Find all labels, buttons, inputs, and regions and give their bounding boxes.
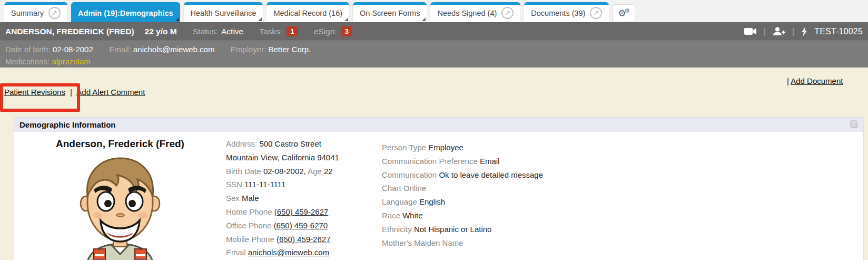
detail-row-email: Email anichols@mieweb.com	[226, 246, 382, 259]
chevron-down-icon	[175, 17, 179, 21]
dob-value: 02-08-2002	[53, 45, 93, 54]
detail-row-language: Language English	[382, 195, 863, 209]
status-label: Status:	[193, 27, 218, 36]
tab-on-screen-forms-label: On Screen Forms	[360, 9, 420, 17]
home-phone-link[interactable]: (650) 459-2627	[274, 207, 329, 216]
detail-row-ethnicity: Ethnicity Not Hispanic or Latino	[382, 223, 863, 236]
employer-value: Better Corp.	[269, 45, 311, 54]
chevron-down-icon	[258, 17, 262, 21]
link-separator: |	[70, 88, 72, 97]
external-arrow-glyph: ↗	[505, 9, 510, 17]
sex-value: Male	[242, 194, 259, 203]
divider: |	[764, 27, 766, 36]
detail-row-home-phone: Home Phone (650) 459-2627	[226, 205, 382, 219]
birthdate-value: 02-08-2002,	[263, 167, 306, 176]
medications-label: Medications:	[5, 57, 50, 66]
patient-info-line2: Medications: alprazolam	[5, 55, 863, 68]
email-value: anichols@mieweb.com	[133, 45, 214, 54]
lightning-bolt-icon[interactable]	[801, 27, 807, 36]
person-type-value: Employee	[428, 143, 463, 152]
office-phone-link[interactable]: (650) 459-6270	[274, 221, 328, 230]
detail-row-race: Race White	[382, 209, 863, 223]
email-row-link[interactable]: anichols@mieweb.com	[248, 248, 329, 257]
add-patient-icon[interactable]	[773, 27, 785, 36]
status-value: Active	[221, 27, 243, 36]
tab-admin-demographics[interactable]: Admin (19):Demographics	[71, 2, 180, 22]
tab-needs-signed-label: Needs Signed (4)	[437, 9, 497, 17]
detail-row-chart-online: Chart Online	[382, 181, 863, 195]
esign-label[interactable]: eSign:	[314, 27, 337, 36]
attributes-column: Person Type Employee Communication Prefe…	[382, 136, 863, 260]
patient-avatar	[14, 151, 226, 260]
panel-header: Demographic Information	[14, 118, 863, 132]
tab-health-surveillance[interactable]: Health Surveillance	[184, 2, 263, 22]
office-phone-label: Office Phone	[226, 221, 271, 230]
ssn-value: 111-11-1111	[244, 180, 285, 189]
detail-row-mobile-phone: Mobile Phone (650) 459-2627	[226, 233, 382, 246]
tab-summary[interactable]: Summary ↗	[4, 2, 67, 22]
patient-info-bar: Date of birth: 02-08-2002 Email: anichol…	[0, 41, 868, 68]
communication-preference-label: Communication Preference	[382, 157, 478, 166]
add-alert-comment-link[interactable]: Add Alert Comment	[76, 88, 145, 97]
detail-row-communication: Communication Ok to leave detailed messa…	[382, 168, 863, 182]
race-label: Race	[382, 211, 400, 220]
patient-header-actions: | | TEST-10025	[744, 27, 863, 36]
chart-online-label: Chart Online	[382, 184, 426, 192]
address-value: 500 Castro Street	[259, 139, 321, 148]
video-camera-icon[interactable]	[744, 27, 757, 35]
tab-summary-label: Summary	[11, 9, 44, 17]
communication-label: Communication	[382, 170, 437, 179]
tab-documents-label: Documents (39)	[531, 9, 585, 17]
address-city-value: Mountain View, California 94041	[226, 153, 339, 162]
esign-count-badge[interactable]: 3	[341, 26, 353, 36]
tab-needs-signed[interactable]: Needs Signed (4) ↗	[430, 2, 520, 22]
ethnicity-value: Not Hispanic or Latino	[414, 225, 492, 234]
tab-documents[interactable]: Documents (39) ↗	[524, 2, 609, 22]
chart-id: TEST-10025	[814, 27, 863, 36]
medications-value[interactable]: alprazolam	[52, 57, 90, 66]
open-new-window-icon[interactable]: ↗	[501, 7, 514, 19]
tab-admin-label: Admin (19):Demographics	[78, 9, 173, 17]
add-document-link-wrap: | Add Document	[787, 76, 843, 85]
tab-medical-record[interactable]: Medical Record (16)	[267, 2, 349, 22]
employer-label: Employer:	[231, 45, 267, 54]
tab-medical-record-label: Medical Record (16)	[273, 9, 342, 17]
age-value: 22	[324, 167, 333, 176]
patient-photo-column: Anderson, Frederick (Fred)	[14, 136, 226, 260]
chevron-down-icon	[422, 17, 426, 21]
patient-age-sex: 22 y/o M	[145, 27, 177, 36]
tab-on-screen-forms[interactable]: On Screen Forms	[353, 2, 427, 22]
tasks-count-badge[interactable]: 1	[287, 26, 298, 36]
demographics-page: { "icons": { "external_glyph": "↗", "gea…	[0, 0, 868, 260]
mothers-maiden-name-label: Mother's Maiden Name	[382, 238, 463, 247]
mobile-phone-link[interactable]: (650) 459-2627	[277, 235, 331, 244]
panel-title: Demographic Information	[19, 120, 116, 129]
communication-preference-value: Email	[480, 157, 500, 166]
detail-row-office-phone: Office Phone (650) 459-6270	[226, 219, 382, 233]
tab-health-surveillance-label: Health Surveillance	[191, 9, 257, 17]
patient-name: ANDERSON, FREDERICK (FRED)	[5, 27, 134, 36]
open-new-window-icon[interactable]: ↗	[48, 7, 61, 19]
mobile-phone-label: Mobile Phone	[226, 235, 274, 244]
detail-row-ssn: SSN 111-11-1111	[226, 178, 382, 191]
chevron-down-icon	[344, 17, 348, 21]
add-document-link[interactable]: Add Document	[791, 76, 843, 85]
detail-row-address-line2: Mountain View, California 94041	[226, 151, 382, 165]
detail-row-comm-preference: Communication Preference Email	[382, 155, 863, 168]
contact-details-column: Address: 500 Castro Street Mountain View…	[226, 136, 382, 260]
address-label: Address:	[226, 139, 257, 148]
patient-revisions-link[interactable]: Patient Revisions	[4, 88, 65, 97]
patient-display-name: Anderson, Frederick (Fred)	[14, 138, 226, 150]
revision-log-book-icon[interactable]	[849, 120, 858, 130]
external-arrow-glyph: ↗	[594, 9, 599, 17]
action-links-row: Patient Revisions | Add Alert Comment	[4, 88, 145, 97]
communication-value: Ok to leave detailed message	[439, 170, 543, 179]
detail-row-person-type: Person Type Employee	[382, 141, 863, 155]
dob-label: Date of birth:	[5, 45, 51, 54]
detail-row-address: Address: 500 Castro Street	[226, 137, 382, 151]
patient-info-line1: Date of birth: 02-08-2002 Email: anichol…	[5, 43, 863, 55]
settings-gear-button[interactable]: ⚙ ⚙	[613, 4, 635, 22]
detail-row-birthdate: Birth Date 02-08-2002, Age 22	[226, 165, 382, 178]
open-new-window-icon[interactable]: ↗	[590, 7, 602, 19]
tasks-label[interactable]: Tasks:	[259, 27, 282, 36]
